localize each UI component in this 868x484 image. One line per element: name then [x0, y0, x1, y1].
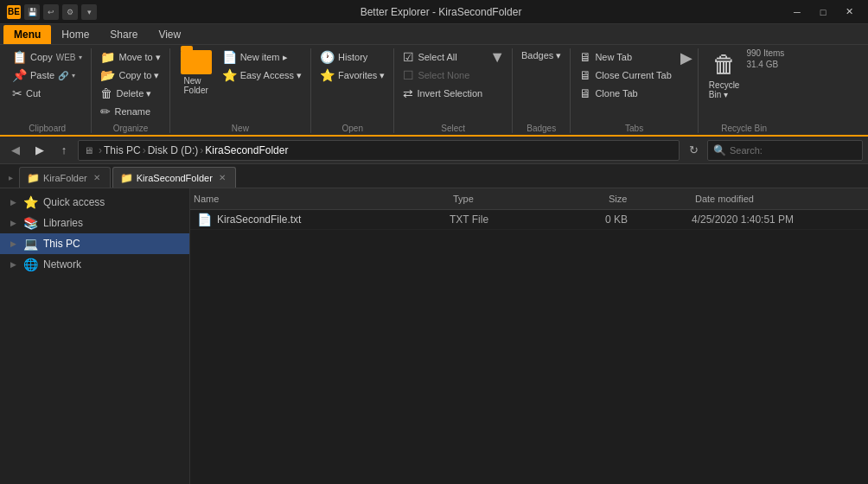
file-tab-kira-folder[interactable]: 📁 KiraFolder ✕	[19, 167, 111, 188]
search-input[interactable]	[730, 145, 857, 156]
tab-kira-second-close[interactable]: ✕	[216, 172, 228, 184]
copy-to-button[interactable]: 📂 Copy to ▾	[97, 67, 163, 84]
tab-kira-folder-close[interactable]: ✕	[91, 172, 103, 184]
sidebar-item-network[interactable]: ▶ 🌐 Network	[0, 254, 189, 275]
new-folder-button[interactable]: NewFolder	[176, 48, 217, 97]
up-button[interactable]: ↑	[54, 140, 74, 161]
close-tab-button[interactable]: 🖥 Close Current Tab	[576, 67, 674, 84]
file-tab-kira-second[interactable]: 📁 KiraSecondFolder ✕	[112, 167, 236, 188]
file-icon: 📄	[197, 213, 212, 226]
table-row[interactable]: 📄 KiraSecondFile.txt TXT File 0 KB 4/25/…	[190, 210, 868, 230]
recycle-bin-button[interactable]: 🗑 RecycleBin ▾	[704, 48, 745, 101]
tab-view[interactable]: View	[148, 25, 191, 44]
copy-button[interactable]: 📋 Copy WEB ▾	[9, 48, 86, 66]
clone-tab-button[interactable]: 🖥 Clone Tab	[576, 85, 674, 102]
minimize-button[interactable]: ─	[785, 2, 809, 22]
favorites-icon: ⭐	[320, 68, 335, 82]
forward-button[interactable]: ▶	[29, 140, 50, 161]
copy-dropdown[interactable]: ▾	[79, 54, 82, 61]
filter-btn[interactable]: ▼	[488, 48, 507, 67]
tab-home[interactable]: Home	[51, 25, 99, 44]
main-area: ▶ ⭐ Quick access ▶ 📚 Libraries ▶ 💻 This …	[0, 188, 868, 484]
clipboard-content: 📋 Copy WEB ▾ 📌 Paste 🔗 ▾ ✂ Cut	[9, 48, 86, 122]
network-expand-icon: ▶	[10, 260, 16, 269]
paste-dropdown[interactable]: ▾	[72, 72, 75, 80]
tab-share[interactable]: Share	[99, 25, 148, 44]
organize-label: Organize	[97, 122, 163, 133]
copy-web: WEB	[56, 53, 76, 62]
tab-kira-folder-icon: 📁	[27, 172, 40, 184]
easy-access-button[interactable]: ⭐ Easy Access ▾	[219, 67, 305, 84]
qa-save[interactable]: 💾	[24, 4, 40, 20]
back-button[interactable]: ◀	[5, 140, 26, 161]
title-bar: BE 💾 ↩ ⚙ ▾ Better Explorer - KiraSecondF…	[0, 0, 868, 24]
quick-access-label: Quick access	[43, 196, 105, 208]
new-item-button[interactable]: 📄 New item ▸	[219, 48, 305, 66]
easy-access-icon: ⭐	[222, 68, 237, 82]
invert-selection-button[interactable]: ⇄ Invert Selection	[399, 85, 486, 102]
qa-undo[interactable]: ↩	[43, 4, 59, 20]
window-title: Better Explorer - KiraSecondFolder	[97, 6, 785, 18]
select-all-icon: ☑	[403, 50, 414, 64]
new-item-icon: 📄	[222, 50, 237, 64]
favorites-button[interactable]: ⭐ Favorites ▾	[316, 67, 388, 84]
breadcrumb-this-pc[interactable]: This PC	[104, 144, 141, 156]
breadcrumb-disk-d[interactable]: Disk D (D:)	[148, 144, 199, 156]
paste-button[interactable]: 📌 Paste 🔗 ▾	[9, 67, 86, 84]
copy-icon: 📋	[12, 50, 27, 64]
libraries-icon: 📚	[23, 216, 38, 230]
badges-button[interactable]: Badges ▾	[518, 48, 565, 63]
quick-access-icon: ⭐	[23, 195, 38, 209]
tabs-arrow-icon[interactable]: ▶	[680, 48, 692, 67]
refresh-button[interactable]: ↻	[683, 140, 704, 161]
new-label: New	[176, 122, 305, 133]
qa-dropdown[interactable]: ▾	[81, 4, 97, 20]
recycle-icon-wrapper: 🗑	[712, 50, 737, 79]
close-button[interactable]: ✕	[837, 2, 861, 22]
select-none-button[interactable]: ☐ Select None	[399, 67, 486, 84]
col-header-size[interactable]: Size	[605, 192, 692, 206]
select-label: Select	[399, 122, 507, 133]
copy-to-icon: 📂	[100, 68, 115, 82]
history-icon: 🕐	[320, 50, 335, 64]
new-tab-icon: 🖥	[579, 50, 591, 64]
breadcrumb-bar[interactable]: 🖥 › This PC › Disk D (D:) › KiraSecondFo…	[78, 140, 680, 161]
new-tab-button[interactable]: 🖥 New Tab	[576, 48, 674, 66]
paste-icon: 📌	[12, 68, 27, 82]
rename-button[interactable]: ✏ Rename	[97, 103, 163, 120]
ribbon-group-new: NewFolder 📄 New item ▸ ⭐ Easy Access ▾ N…	[170, 48, 311, 133]
col-header-name[interactable]: Name	[190, 192, 450, 206]
maximize-button[interactable]: □	[811, 2, 835, 22]
move-to-button[interactable]: 📁 Move to ▾	[97, 48, 163, 66]
ribbon-group-organize: 📁 Move to ▾ 📂 Copy to ▾ 🗑 Delete ▾ ✏ Ren…	[92, 48, 169, 133]
recycle-content: 🗑 RecycleBin ▾ 990 Items 31.4 GB	[704, 48, 785, 122]
select-col: ☑ Select All ☐ Select None ⇄ Invert Sele…	[399, 48, 486, 102]
file-size-cell: 0 KB	[605, 213, 692, 226]
folder-icon-large	[181, 50, 212, 74]
tabs-label: Tabs	[576, 122, 692, 133]
badges-content: Badges ▾	[518, 48, 565, 122]
search-bar: 🔍	[707, 140, 863, 161]
cut-button[interactable]: ✂ Cut	[9, 85, 86, 102]
col-header-type[interactable]: Type	[450, 192, 605, 206]
sidebar-item-this-pc[interactable]: ▶ 💻 This PC	[0, 233, 189, 254]
filter-icon: ▼	[489, 48, 505, 67]
this-pc-expand-icon: ▶	[10, 239, 16, 248]
quick-access-expand-icon: ▶	[10, 198, 16, 207]
sidebar-item-quick-access[interactable]: ▶ ⭐ Quick access	[0, 192, 189, 213]
select-all-button[interactable]: ☑ Select All	[399, 48, 486, 66]
delete-button[interactable]: 🗑 Delete ▾	[97, 85, 163, 102]
history-button[interactable]: 🕐 History	[316, 48, 388, 66]
ribbon-group-recycle: 🗑 RecycleBin ▾ 990 Items 31.4 GB Recycle…	[699, 48, 790, 133]
tabs-expand-icon[interactable]: ▸	[3, 167, 17, 188]
new-folder-label: NewFolder	[183, 76, 207, 95]
sidebar-item-libraries[interactable]: ▶ 📚 Libraries	[0, 213, 189, 233]
rename-icon: ✏	[100, 105, 111, 118]
qa-settings[interactable]: ⚙	[62, 4, 78, 20]
tab-menu[interactable]: Menu	[3, 25, 51, 44]
col-header-date[interactable]: Date modified	[692, 192, 865, 206]
libraries-label: Libraries	[43, 217, 83, 229]
navigation-bar: ◀ ▶ ↑ 🖥 › This PC › Disk D (D:) › KiraSe…	[0, 137, 868, 164]
open-col: 🕐 History ⭐ Favorites ▾	[316, 48, 388, 84]
breadcrumb-nav-icon: 🖥	[84, 145, 93, 156]
